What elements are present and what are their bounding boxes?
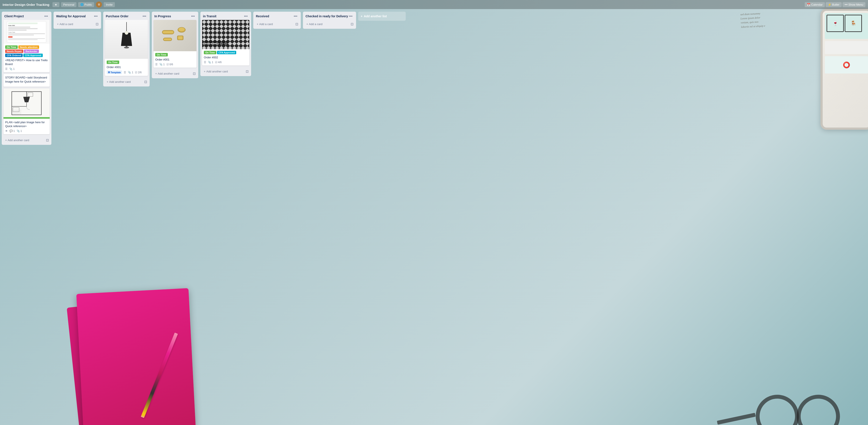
add-list-button[interactable]: + Add another list xyxy=(358,12,406,21)
column-header-purchase: Purchase Order ••• xyxy=(103,12,150,20)
attachment-count: 1 xyxy=(21,130,22,133)
svg-rect-7 xyxy=(12,110,21,115)
column-menu-button[interactable]: ••• xyxy=(43,14,49,19)
archive-button[interactable]: ⊡ xyxy=(192,71,196,77)
star-button[interactable]: ★ xyxy=(53,2,59,7)
add-card-button[interactable]: + Add another card xyxy=(202,68,245,74)
column-title: Checked in ready for Delivery xyxy=(306,15,348,18)
show-menu-button[interactable]: ••• Show Menu xyxy=(842,2,865,7)
attachment-icon-item: 📎 1 xyxy=(208,61,213,64)
card-purchase-order-001[interactable]: On Time Order #001 ⊞ Template ☰ 📎 1 xyxy=(105,20,148,76)
label-on-time: On Time xyxy=(107,60,119,64)
description-icon: ☰ xyxy=(124,71,126,74)
eye-icon-item: 👁 xyxy=(5,130,8,133)
label-on-time: On Time xyxy=(155,53,168,56)
label-cfa-ordered: CFA Ordered xyxy=(5,54,23,57)
svg-rect-19 xyxy=(178,36,182,39)
column-waiting-approval: Waiting for Approval ••• + Add a card ⊡ xyxy=(54,12,101,29)
board-title: Interior Design Order Tracking xyxy=(3,3,50,6)
card-labels: On Time xyxy=(107,60,146,64)
checklist-progress: 0/6 xyxy=(169,63,173,66)
add-card-button[interactable]: + Add another card xyxy=(154,71,192,77)
globe-icon: 🌐 xyxy=(80,3,84,6)
label-cfa-approved: CFA Approved xyxy=(23,54,43,57)
card-icons: ☰ 📎 1 xyxy=(5,67,48,70)
archive-button[interactable]: ⊡ xyxy=(294,21,299,27)
ellipsis-icon: ••• xyxy=(845,3,848,6)
column-menu-button[interactable]: ••• xyxy=(243,14,249,19)
column-body-in-progress: On Time Order #001 ☰ 📎 1 ☑ 0/6 xyxy=(152,20,198,69)
calendar-button[interactable]: 📅 Calendar xyxy=(805,2,825,7)
invite-button[interactable]: Invite xyxy=(104,2,115,7)
card-transit-002[interactable]: STEVIE HOWELL On Time CFA Approved Order… xyxy=(202,20,249,65)
public-label: Public xyxy=(85,3,92,6)
card-cover-transit: STEVIE HOWELL xyxy=(202,20,249,49)
card-plan[interactable]: PLAN <add plan Image here for Quick refe… xyxy=(3,88,50,134)
svg-rect-21 xyxy=(164,38,171,40)
invite-label: Invite xyxy=(106,3,113,6)
attachment-icon: 📎 xyxy=(159,63,163,66)
svg-point-13 xyxy=(124,47,129,49)
column-title: in Transit xyxy=(203,15,216,18)
add-card-button[interactable]: + Add another card xyxy=(3,137,45,143)
description-icon: ☰ xyxy=(155,63,158,66)
description-icon-item: ☰ xyxy=(124,71,126,74)
card-labels: On Time Needs attention Needs Repair Bac… xyxy=(5,46,48,57)
card-icons: ☰ 📎 1 ☑ 0/6 xyxy=(155,63,195,66)
column-menu-button[interactable]: ••• xyxy=(93,14,98,19)
column-header-in-transit: in Transit ••• xyxy=(200,12,251,20)
archive-button[interactable]: ⊡ xyxy=(350,21,354,27)
personal-button[interactable]: Personal xyxy=(61,2,76,7)
column-menu-button[interactable]: ••• xyxy=(348,14,353,19)
public-button[interactable]: 🌐 Public xyxy=(78,2,94,7)
checklist-icon-item: ☑ 0/6 xyxy=(166,63,173,66)
column-menu-button[interactable]: ••• xyxy=(190,14,196,19)
attachment-count: 1 xyxy=(132,71,133,74)
add-card-button[interactable]: + Add a card xyxy=(55,21,95,27)
archive-button[interactable]: ⊡ xyxy=(245,68,249,74)
add-card-button[interactable]: + Add a card xyxy=(305,21,350,27)
plus-icon: + xyxy=(5,139,7,142)
svg-marker-3 xyxy=(23,97,30,102)
attachment-icon-item: 📎 1 xyxy=(17,130,22,133)
card-storyboard[interactable]: STORY BOARD <add Storyboard Image here f… xyxy=(3,74,50,86)
personal-label: Personal xyxy=(63,3,74,6)
card-in-progress-001[interactable]: On Time Order #001 ☰ 📎 1 ☑ 0/6 xyxy=(154,20,196,68)
column-menu-button[interactable]: ••• xyxy=(293,14,298,19)
card-read-first[interactable]: Order 2021 Custom Fields xyxy=(3,20,50,72)
butler-button[interactable]: ⚡ Butler xyxy=(826,2,842,7)
add-card-label: Add another card xyxy=(158,72,180,75)
add-card-button[interactable]: + Add a card xyxy=(255,21,294,27)
checklist-icon: ☑ xyxy=(135,71,137,74)
calendar-icon: 📅 xyxy=(807,3,810,6)
column-body-in-transit: STEVIE HOWELL On Time CFA Approved Order… xyxy=(200,20,251,67)
column-header-waiting: Waiting for Approval ••• xyxy=(54,12,101,20)
label-cfa-approved: CFA Approved xyxy=(217,51,237,54)
archive-button[interactable]: ⊡ xyxy=(45,137,50,143)
template-label: Template xyxy=(111,71,121,74)
svg-text:STEVIE HOWELL: STEVIE HOWELL xyxy=(203,42,219,45)
add-list-label: Add another list xyxy=(364,15,387,18)
card-icons: ⊞ Template ☰ 📎 1 ☑ 2/6 xyxy=(107,70,146,74)
svg-rect-15 xyxy=(163,31,174,33)
svg-point-17 xyxy=(179,27,185,31)
description-icon-item: ☰ xyxy=(5,67,7,70)
card-labels: On Time CFA Approved xyxy=(204,51,248,54)
add-card-button[interactable]: + Add another card xyxy=(105,79,143,85)
column-footer-checked-in: + Add a card ⊡ xyxy=(303,20,356,29)
card-title: Order #001 xyxy=(107,65,146,69)
avatar[interactable]: U xyxy=(96,1,102,7)
column-client-project: Client Project ••• Order 2021 Custom Fie… xyxy=(2,12,52,145)
card-labels: On Time xyxy=(155,53,195,56)
column-body-client-project: Order 2021 Custom Fields xyxy=(2,20,52,136)
archive-button[interactable]: ⊡ xyxy=(143,79,148,85)
eye-icon: 👁 xyxy=(5,130,8,133)
column-menu-button[interactable]: ••• xyxy=(142,14,147,19)
archive-button[interactable]: ⊡ xyxy=(95,21,99,27)
checklist-progress: 2/6 xyxy=(138,71,142,74)
template-icon: ⊞ xyxy=(108,71,110,74)
card-icons: ☰ 📎 1 ☑ 4/6 xyxy=(204,61,248,64)
card-title: STORY BOARD <add Storyboard Image here f… xyxy=(5,76,48,83)
add-card-label: Add another card xyxy=(8,139,29,142)
checklist-icon: ☑ xyxy=(215,61,217,64)
